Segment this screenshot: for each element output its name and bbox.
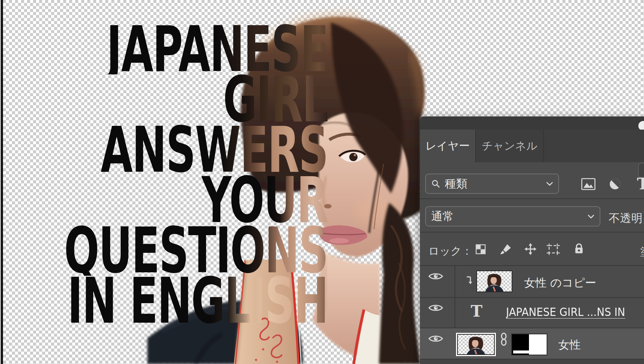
headline-line: IN ENGLISH <box>64 276 328 326</box>
filter-kind-label: 種類 <box>445 176 467 192</box>
mini-portrait <box>477 271 512 292</box>
text-layer-icon: T <box>471 304 482 319</box>
blend-mode-dropdown[interactable]: 通常 <box>425 206 600 227</box>
artboard-icon <box>546 243 560 255</box>
canvas-headline: JAPANESE GIRL ANSWERS YOUR QUESTIONS IN … <box>0 24 328 326</box>
panel-bottom-area <box>420 359 644 364</box>
visibility-toggle[interactable] <box>428 303 443 313</box>
padlock-icon <box>574 243 584 255</box>
lock-all-button[interactable] <box>573 242 585 255</box>
mask-link-icon[interactable] <box>500 332 508 348</box>
window-left-edge <box>0 0 3 364</box>
tab-layers[interactable]: レイヤー <box>420 130 475 162</box>
lock-transparency-icon <box>476 244 486 254</box>
layer-row-text[interactable]: T JAPANESE GIRL ...NS IN <box>420 298 644 328</box>
image-filter-icon <box>581 178 596 190</box>
blend-mode-value: 通常 <box>431 209 454 224</box>
tab-channels-label: チャンネル <box>482 139 537 154</box>
layer-name: 女性 のコピー <box>524 275 596 291</box>
chevron-down-icon <box>588 214 594 219</box>
visibility-toggle[interactable] <box>428 334 443 344</box>
layers-panel: レイヤー チャンネル 種類 T 通常 <box>420 116 644 364</box>
brush-icon <box>500 243 512 255</box>
lock-label: ロック : <box>428 244 469 259</box>
panel-header-bar[interactable] <box>420 116 644 130</box>
mini-portrait <box>457 334 495 355</box>
eye-icon <box>428 303 443 313</box>
layer-mask-thumbnail[interactable] <box>511 334 547 355</box>
layer-name: 女性 <box>558 337 581 353</box>
filter-adjustment-layers-button[interactable] <box>609 178 621 190</box>
type-filter-icon: T <box>637 176 644 192</box>
filter-type-layers-button[interactable]: T <box>636 176 644 192</box>
search-icon <box>431 179 440 188</box>
layer-thumbnail-selected[interactable] <box>456 333 496 356</box>
adjustment-filter-icon <box>609 178 621 190</box>
panel-tabbar: レイヤー チャンネル <box>420 130 644 162</box>
tab-layers-label: レイヤー <box>425 139 470 154</box>
filter-pixel-layers-button[interactable] <box>581 178 596 190</box>
layer-row-woman-copy[interactable]: 女性 のコピー <box>420 266 644 297</box>
lock-transparent-pixels-button[interactable] <box>474 243 487 255</box>
lock-position-button[interactable] <box>523 243 537 255</box>
move-icon <box>524 243 536 255</box>
lock-artboard-nesting-button[interactable] <box>545 243 561 255</box>
lock-image-pixels-button[interactable] <box>499 243 513 255</box>
clipping-mask-arrow-icon <box>465 276 473 288</box>
layer-row-woman[interactable]: 女性 <box>420 328 644 359</box>
layer-filter-dropdown[interactable]: 種類 <box>425 174 559 194</box>
tab-channels[interactable]: チャンネル <box>475 130 544 162</box>
chevron-down-icon <box>546 182 553 186</box>
layer-name: JAPANESE GIRL ...NS IN <box>506 305 633 319</box>
fill-label-partial: 塗 <box>640 245 644 260</box>
visibility-toggle[interactable] <box>428 271 443 281</box>
mask-white-strip <box>513 350 529 353</box>
opacity-label: 不透明 <box>609 211 642 226</box>
eye-icon <box>428 334 443 344</box>
layer-thumbnail[interactable] <box>476 270 512 292</box>
eye-icon <box>428 271 443 281</box>
